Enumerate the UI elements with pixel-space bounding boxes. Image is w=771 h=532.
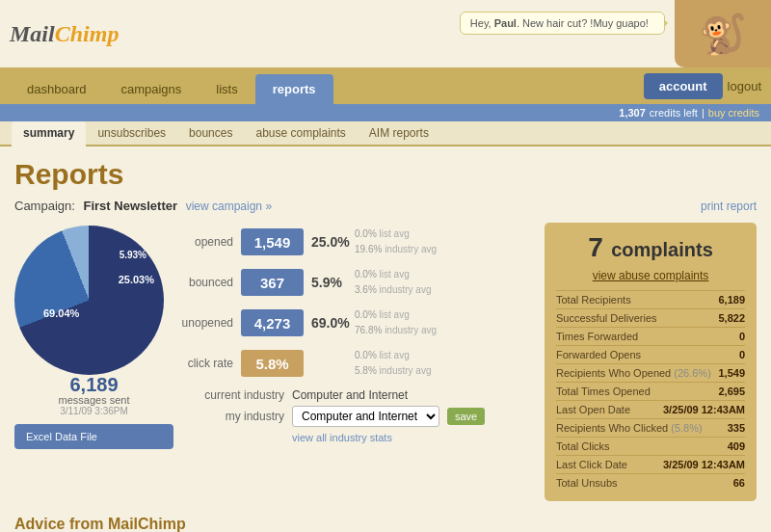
sub-nav-abuse-complaints[interactable]: abuse complaints [244,121,357,145]
bar-label-clickrate: click rate [178,357,241,370]
credits-count: 1,307 [619,107,646,119]
advice-title: Advice from MailChimp [14,516,757,532]
bar-value-bounced: 367 [241,269,304,296]
industry-section: current industry Computer and Internet m… [178,388,533,444]
logo-chimp: Chimp [55,21,120,46]
stat-row-total-recipients: Total Recipients 6,189 [556,290,745,308]
sub-nav-bounces[interactable]: bounces [177,121,244,145]
stat-row-last-click-date: Last Click Date 3/25/09 12:43AM [556,455,745,473]
current-industry-label: current industry [178,388,284,402]
stat-row-successful-deliveries: Successful Deliveries 5,822 [556,308,745,327]
current-industry-value: Computer and Internet [292,388,408,402]
credits-left-label: credits left [650,107,698,119]
campaign-info: Campaign: First Newsletter view campaign… [14,199,272,213]
my-industry-label: my industry [178,410,284,423]
pie-pct-labels: 69.04% 25.03% 5.93% [14,221,164,370]
complaints-label: complaints [611,239,713,260]
complaints-header: 7 complaints [556,232,745,263]
sub-nav-summary[interactable]: summary [12,121,86,146]
messages-date: 3/11/09 3:36PM [14,406,173,416]
nav-tabs: dashboard campaigns lists reports [10,67,644,104]
print-report-link[interactable]: print report [701,200,757,213]
view-abuse-complaints-link[interactable]: view abuse complaints [556,269,745,282]
bar-label-unopened: unopened [178,316,241,330]
stat-value: 6,189 [718,294,745,306]
stat-row-forwarded-opens: Forwarded Opens 0 [556,345,745,363]
view-campaign-link[interactable]: view campaign » [186,200,272,213]
bar-pct-opened: 25.0% [311,234,355,250]
stat-row-total-unsubs: Total Unsubs 66 [556,473,745,492]
campaign-name: First Newsletter [84,199,178,213]
logo: MailChimp [10,21,119,47]
stat-row-recipients-clicked: Recipients Who Clicked (5.8%) 335 [556,418,745,437]
bar-avgs-opened: 0.0% list avg 19.6% industry avg [355,226,437,257]
bar-label-opened: opened [178,235,241,249]
pie-label-unopened: 69.04% [43,307,79,319]
stat-row-times-forwarded: Times Forwarded 0 [556,327,745,345]
messages-label: messages sent [14,394,173,406]
campaign-bar: Campaign: First Newsletter view campaign… [14,199,757,213]
account-button[interactable]: account [644,73,723,99]
complaints-count: 7 [588,232,603,262]
complaints-panel: 7 complaints view abuse complaints Total… [545,223,757,501]
campaign-label: Campaign: [14,199,75,213]
stat-row-total-times-opened: Total Times Opened 2,695 [556,382,745,400]
bar-value-opened: 1,549 [241,228,304,255]
nav-tab-lists[interactable]: lists [199,74,254,104]
left-stats-panel: 69.04% 25.03% 5.93% 6,189 messages sent … [14,223,533,501]
advice-section: Advice from MailChimp ↑ Wowzers, your op… [14,516,757,532]
pie-label-opened: 25.03% [119,274,154,285]
excel-data-button[interactable]: Excel Data File [14,424,173,449]
bar-row-opened: opened 1,549 25.0% 0.0% list avg 19.6% i… [178,226,533,257]
nav-tab-campaigns[interactable]: campaigns [103,74,199,104]
bars-container: opened 1,549 25.0% 0.0% list avg 19.6% i… [178,223,533,444]
nav-tab-reports[interactable]: reports [255,74,333,104]
bar-row-bounced: bounced 367 5.9% 0.0% list avg 3.6% indu… [178,267,533,298]
monkey-mascot: 🐒 [675,0,771,67]
stat-row-last-open-date: Last Open Date 3/25/09 12:43AM [556,400,745,418]
complaints-stats: Total Recipients 6,189 Successful Delive… [556,290,745,492]
callout-bubble: Hey, Paul. New hair cut? !Muy guapo! [460,12,665,35]
sub-nav-unsubscribes[interactable]: unsubscribes [86,121,177,145]
sub-nav-aim-reports[interactable]: AIM reports [358,121,440,145]
bar-avgs-unopened: 0.0% list avg 76.8% industry avg [355,307,437,338]
sub-nav: summary unsubscribes bounces abuse compl… [0,121,771,146]
bar-row-clickrate: click rate 5.8% 0.0% list avg 5.8% indus… [178,348,533,379]
stat-row-total-clicks: Total Clicks 409 [556,437,745,455]
logo-mail: Mail [10,21,55,46]
page-title: Reports [14,158,757,191]
bar-label-bounced: bounced [178,276,241,289]
messages-count: 6,189 [14,375,173,394]
industry-select[interactable]: Computer and Internet [292,406,439,427]
pie-label-bounced: 5.93% [120,250,146,260]
main-nav: dashboard campaigns lists reports accoun… [0,67,771,104]
credits-bar: 1,307 credits left | buy credits [0,104,771,121]
nav-tab-dashboard[interactable]: dashboard [10,74,103,104]
bar-pct-bounced: 5.9% [311,275,355,290]
bar-avgs-bounced: 0.0% list avg 3.6% industry avg [355,267,432,298]
bar-value-unopened: 4,273 [241,309,304,336]
nav-right: account logout [644,67,761,104]
view-industry-stats-link[interactable]: view all industry stats [292,432,392,443]
bar-row-unopened: unopened 4,273 69.0% 0.0% list avg 76.8%… [178,307,533,338]
pie-chart-container: 69.04% 25.03% 5.93% 6,189 messages sent … [14,223,173,449]
stat-name: Total Recipients [556,294,631,306]
buy-credits-link[interactable]: buy credits [708,107,759,119]
save-industry-button[interactable]: save [447,408,485,425]
logout-button[interactable]: logout [728,79,761,93]
bar-pct-unopened: 69.0% [311,315,355,331]
stat-row-recipients-opened: Recipients Who Opened (26.6%) 1,549 [556,363,745,382]
bar-value-clickrate: 5.8% [241,350,304,377]
bar-avgs-clickrate: 0.0% list avg 5.8% industry avg [355,348,432,379]
